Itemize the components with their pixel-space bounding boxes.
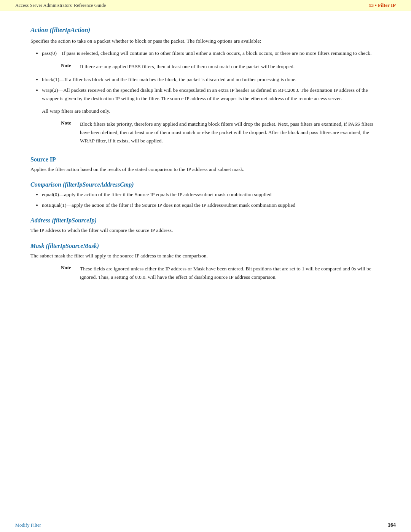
wrap-extra-text: All wrap filters are inbound only.	[42, 107, 381, 115]
note-text-3: These fields are ignored unless either t…	[80, 265, 381, 282]
footer: Modify Filter 164	[0, 518, 411, 532]
comparison-title: Comparison (filterIpSourceAddressCmp)	[30, 181, 381, 188]
address-text: The IP address to which the filter will …	[30, 226, 381, 235]
list-item: pass(0)—If pass is selected, checking wi…	[42, 49, 381, 58]
list-item: wrap(2)—All packets received on the spec…	[42, 86, 381, 103]
action-title: Action (filterIpAction)	[30, 26, 381, 34]
mask-text: The subnet mask the filter will apply to…	[30, 252, 381, 260]
footer-right-text: 164	[388, 522, 396, 528]
note-label-1: Note	[61, 62, 75, 69]
address-title: Address (filterIpSourceIp)	[30, 217, 381, 224]
note-text-1: If there are any applied PASS filters, t…	[80, 62, 295, 71]
page: Access Server Administrators' Reference …	[0, 0, 411, 532]
header-bar: Access Server Administrators' Reference …	[0, 0, 411, 11]
note-label-3: Note	[61, 265, 75, 271]
action-bullet-list-2: block(1)—If a filter has block set and t…	[42, 75, 381, 103]
source-section: Source IP Applies the filter action base…	[30, 156, 381, 282]
list-item: block(1)—If a filter has block set and t…	[42, 75, 381, 84]
list-item: notEqual(1)—apply the action of the filt…	[42, 201, 381, 209]
action-intro: Specifies the action to take on a packet…	[30, 37, 381, 45]
header-left-text: Access Server Administrators' Reference …	[15, 3, 106, 8]
comparison-bullet-list: equal(0)—apply the action of the filter …	[42, 190, 381, 210]
source-intro: Applies the filter action based on the r…	[30, 165, 381, 174]
note-text-2: Block filters take priority, therefore a…	[80, 120, 381, 145]
list-item: equal(0)—apply the action of the filter …	[42, 190, 381, 199]
action-section: Action (filterIpAction) Specifies the ac…	[30, 26, 381, 145]
main-content: Action (filterIpAction) Specifies the ac…	[0, 11, 411, 518]
note-label-2: Note	[61, 120, 75, 126]
mask-title: Mask (filterIpSourceMask)	[30, 243, 381, 249]
note-block-1: Note If there are any applied PASS filte…	[61, 62, 381, 71]
action-bullet-list: pass(0)—If pass is selected, checking wi…	[42, 49, 381, 58]
source-title: Source IP	[30, 156, 381, 163]
header-right-text: 13 • Filter IP	[369, 2, 396, 8]
note-block-3: Note These fields are ignored unless eit…	[61, 265, 381, 282]
footer-left-text: Modify Filter	[15, 522, 41, 528]
note-block-2: Note Block filters take priority, theref…	[61, 120, 381, 145]
